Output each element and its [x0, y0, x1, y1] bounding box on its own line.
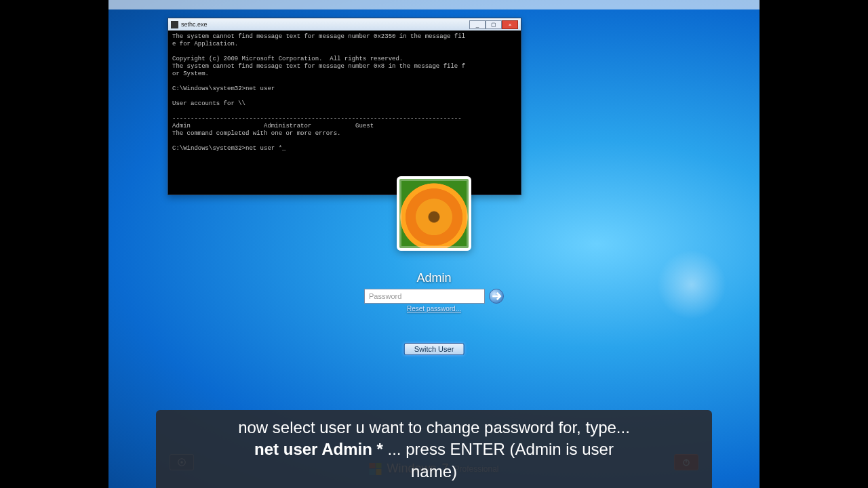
password-input[interactable]: Password	[364, 289, 485, 304]
caption-line1: now select user u want to change passwor…	[238, 418, 630, 436]
terminal-output[interactable]: The system cannot find message text for …	[168, 30, 521, 195]
caption-line2: ... press ENTER (Admin is user	[383, 440, 614, 458]
titlebar[interactable]: sethc.exe _ ▢ ×	[168, 18, 521, 30]
cmd-window[interactable]: sethc.exe _ ▢ × The system cannot find m…	[167, 18, 521, 195]
cmd-icon	[171, 21, 178, 28]
reset-password-link[interactable]: Reset password...	[407, 305, 461, 312]
close-button[interactable]: ×	[502, 20, 518, 29]
caption-line3: name)	[411, 462, 457, 481]
top-trim	[108, 0, 760, 9]
win7-login-desktop: sethc.exe _ ▢ × The system cannot find m…	[108, 0, 760, 488]
submit-button[interactable]	[489, 289, 504, 304]
caption-line2-bold: net user Admin *	[254, 440, 383, 458]
window-title: sethc.exe	[181, 21, 208, 28]
maximize-button[interactable]: ▢	[486, 20, 502, 29]
subtitle-caption: now select user u want to change passwor…	[156, 410, 712, 488]
minimize-button[interactable]: _	[469, 20, 486, 29]
username-label: Admin	[416, 271, 451, 285]
switch-user-button[interactable]: Switch User	[404, 343, 465, 355]
user-avatar[interactable]	[397, 176, 471, 251]
